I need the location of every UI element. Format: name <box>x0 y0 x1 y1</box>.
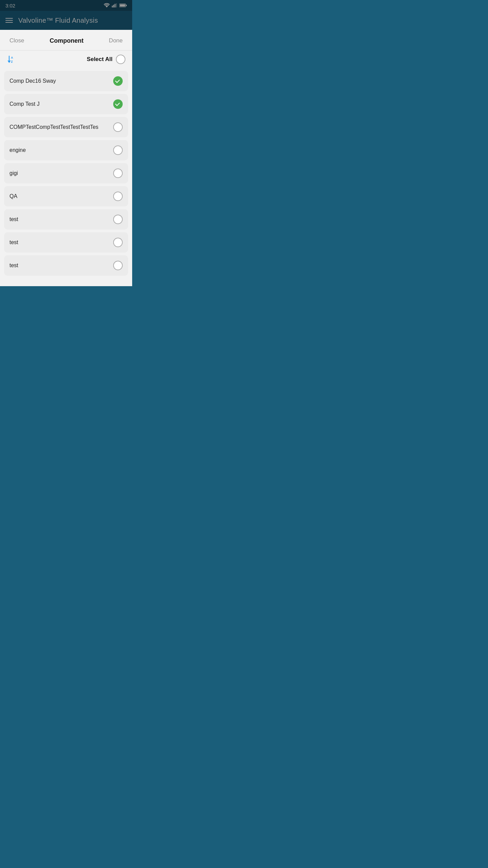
list-item-label: QA <box>9 193 113 199</box>
list-item-label: test <box>9 216 113 222</box>
list-item[interactable]: test <box>4 255 128 276</box>
modal-close-button[interactable]: Close <box>7 36 27 45</box>
modal-list[interactable]: Comp Dec16 Sway Comp Test J COMPTestComp… <box>0 68 132 286</box>
item-checkbox-5[interactable] <box>113 192 123 201</box>
list-item-label: Comp Dec16 Sway <box>9 78 113 84</box>
list-item-label: gigi <box>9 170 113 176</box>
list-item-label: Comp Test J <box>9 101 113 107</box>
modal-done-button[interactable]: Done <box>106 36 125 45</box>
list-item[interactable]: Comp Dec16 Sway <box>4 71 128 91</box>
item-checkbox-6[interactable] <box>113 215 123 224</box>
modal-title: Component <box>49 37 83 44</box>
list-item-label: COMPTestCompTestTestTestTestTes <box>9 124 113 130</box>
select-all-row: Select All <box>87 55 125 64</box>
svg-text:A: A <box>11 56 13 59</box>
item-checkbox-7[interactable] <box>113 238 123 247</box>
item-checkbox-4[interactable] <box>113 169 123 178</box>
modal-toolbar: A Z Select All <box>0 51 132 68</box>
modal-sheet: Close Component Done A Z Select All Comp… <box>0 30 132 286</box>
item-checkbox-1[interactable] <box>113 99 123 109</box>
list-item[interactable]: test <box>4 209 128 230</box>
list-item[interactable]: test <box>4 232 128 253</box>
item-checkbox-3[interactable] <box>113 145 123 155</box>
list-item-label: test <box>9 239 113 245</box>
item-checkbox-2[interactable] <box>113 122 123 132</box>
list-item[interactable]: COMPTestCompTestTestTestTestTes <box>4 117 128 137</box>
list-item[interactable]: gigi <box>4 163 128 183</box>
list-item-label: engine <box>9 147 113 153</box>
sort-icon[interactable]: A Z <box>7 55 16 64</box>
list-item[interactable]: QA <box>4 186 128 206</box>
svg-text:Z: Z <box>11 60 13 63</box>
list-item[interactable]: engine <box>4 140 128 160</box>
item-checkbox-8[interactable] <box>113 261 123 270</box>
select-all-label: Select All <box>87 56 113 63</box>
list-item[interactable]: Comp Test J <box>4 94 128 114</box>
modal-header: Close Component Done <box>0 30 132 51</box>
select-all-toggle[interactable] <box>116 55 125 64</box>
sort-az-icon: A Z <box>7 55 16 64</box>
list-item-label: test <box>9 262 113 269</box>
item-checkbox-0[interactable] <box>113 76 123 86</box>
